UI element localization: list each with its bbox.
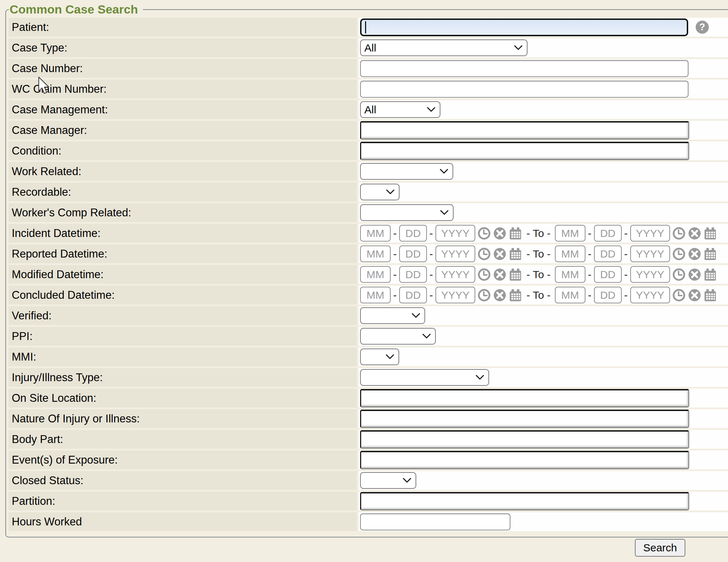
table-row-case-management: Case Management: All — [9, 100, 728, 119]
calendar-icon[interactable] — [703, 247, 717, 261]
clock-icon[interactable] — [477, 288, 491, 302]
month-input[interactable] — [360, 245, 391, 262]
clock-icon[interactable] — [477, 247, 491, 261]
range-to-label: - To - — [526, 289, 551, 301]
hours-worked-input[interactable] — [360, 513, 510, 530]
calendar-icon[interactable] — [509, 247, 522, 261]
day-input[interactable] — [399, 245, 427, 262]
calendar-icon[interactable] — [703, 288, 717, 302]
date-separator: - — [588, 248, 592, 260]
body-part-input[interactable] — [360, 430, 689, 449]
work-related-select[interactable] — [360, 163, 453, 180]
patient-input[interactable] — [360, 18, 688, 36]
work-related-label: Work Related: — [9, 162, 357, 181]
calendar-icon[interactable] — [509, 288, 522, 302]
clear-icon[interactable] — [493, 288, 507, 302]
day-input[interactable] — [399, 225, 427, 242]
day-input[interactable] — [399, 266, 427, 283]
closed-status-label: Closed Status: — [9, 471, 357, 490]
day-input[interactable] — [594, 225, 622, 242]
injury-illness-type-select[interactable] — [360, 369, 489, 386]
table-row-recordable: Recordable: — [9, 183, 728, 201]
modified-datetime-from-group: - - — [360, 266, 522, 283]
condition-input[interactable] — [360, 142, 689, 160]
search-button[interactable]: Search — [635, 539, 685, 557]
year-input[interactable] — [435, 225, 475, 242]
clear-icon[interactable] — [688, 268, 701, 281]
year-input[interactable] — [435, 266, 475, 283]
injury-illness-type-label: Injury/Illness Type: — [9, 368, 357, 387]
year-input[interactable] — [630, 266, 670, 283]
calendar-icon[interactable] — [509, 227, 522, 240]
case-number-input[interactable] — [360, 60, 689, 77]
chevron-down-icon — [386, 354, 394, 360]
year-input[interactable] — [630, 287, 670, 303]
table-row-workers-comp-related: Worker's Comp Related: — [9, 203, 728, 222]
clock-icon[interactable] — [672, 227, 686, 240]
clock-icon[interactable] — [672, 288, 686, 302]
ppi-select[interactable] — [360, 328, 436, 345]
text-caret — [365, 21, 366, 33]
case-number-label: Case Number: — [9, 59, 357, 78]
case-management-select[interactable]: All — [360, 101, 440, 118]
month-input[interactable] — [555, 225, 585, 242]
month-input[interactable] — [555, 287, 585, 303]
patient-input-wrap — [360, 18, 688, 36]
month-input[interactable] — [360, 225, 391, 242]
date-separator: - — [429, 269, 433, 281]
chevron-down-icon — [440, 210, 449, 215]
year-input[interactable] — [630, 245, 670, 262]
calendar-icon[interactable] — [703, 268, 717, 281]
chevron-down-icon — [476, 375, 484, 380]
clear-icon[interactable] — [688, 288, 701, 302]
day-input[interactable] — [594, 266, 622, 283]
calendar-icon[interactable] — [703, 227, 717, 240]
search-form-table: Patient: ? Case Type: All — [7, 16, 728, 533]
year-input[interactable] — [435, 287, 475, 303]
case-manager-input[interactable] — [360, 121, 689, 140]
ppi-label: PPI: — [9, 327, 357, 346]
clear-icon[interactable] — [688, 227, 701, 240]
wc-claim-number-input[interactable] — [360, 81, 689, 98]
clock-icon[interactable] — [477, 268, 491, 281]
month-input[interactable] — [360, 287, 391, 303]
clock-icon[interactable] — [477, 227, 491, 240]
chevron-down-icon — [427, 107, 435, 112]
day-input[interactable] — [399, 287, 427, 303]
table-row-case-type: Case Type: All — [9, 38, 728, 57]
events-of-exposure-input[interactable] — [360, 451, 689, 469]
recordable-select[interactable] — [360, 184, 400, 200]
workers-comp-related-select[interactable] — [360, 204, 454, 221]
on-site-location-input[interactable] — [360, 389, 689, 407]
help-icon[interactable]: ? — [696, 21, 709, 34]
month-input[interactable] — [555, 266, 585, 283]
case-type-select[interactable]: All — [360, 39, 528, 56]
date-separator: - — [588, 227, 592, 239]
clear-icon[interactable] — [493, 227, 507, 240]
year-input[interactable] — [435, 245, 475, 262]
verified-select[interactable] — [360, 307, 425, 324]
clear-icon[interactable] — [493, 247, 507, 261]
date-separator: - — [624, 289, 628, 301]
date-separator: - — [588, 289, 592, 301]
reported-datetime-from-group: - - — [360, 245, 522, 262]
table-row-mmi: MMI: — [9, 347, 728, 366]
table-row-condition: Condition: — [9, 141, 728, 160]
nature-of-injury-input[interactable] — [360, 410, 689, 428]
clock-icon[interactable] — [672, 247, 686, 261]
year-input[interactable] — [630, 225, 670, 242]
partition-input[interactable] — [360, 492, 689, 510]
mmi-select[interactable] — [360, 348, 399, 365]
common-case-search-page: Common Case Search Patient: ? Case Type:… — [0, 0, 728, 562]
month-input[interactable] — [555, 245, 585, 262]
calendar-icon[interactable] — [509, 268, 522, 281]
clock-icon[interactable] — [672, 268, 686, 281]
range-to-label: - To - — [526, 248, 551, 260]
clear-icon[interactable] — [493, 268, 507, 281]
month-input[interactable] — [360, 266, 391, 283]
closed-status-select[interactable] — [360, 472, 416, 489]
day-input[interactable] — [594, 245, 622, 262]
chevron-down-icon — [412, 313, 420, 318]
day-input[interactable] — [594, 287, 622, 303]
clear-icon[interactable] — [688, 247, 701, 261]
